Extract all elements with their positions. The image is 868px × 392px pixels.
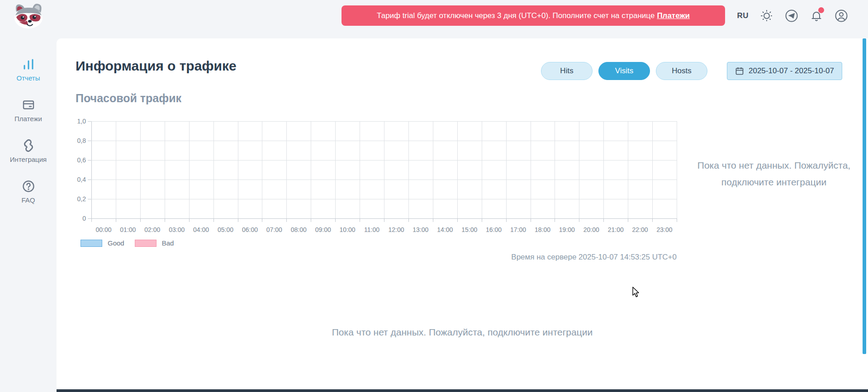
legend-swatch	[135, 240, 157, 247]
banner-payments-link[interactable]: Платежи	[657, 11, 690, 20]
chart-empty-message: Пока что нет данных. Пожалуйста, подключ…	[685, 157, 863, 190]
x-axis-tick	[433, 218, 433, 222]
date-range-value: 2025-10-07 - 2025-10-07	[749, 66, 834, 76]
grid-line-vertical	[457, 121, 458, 218]
grid-line-vertical	[116, 121, 116, 218]
sidebar-item-integration[interactable]: Интеграция	[0, 139, 57, 163]
x-tick-label: 06:00	[238, 226, 262, 233]
telegram-icon[interactable]	[785, 9, 798, 23]
sidebar-item-label: FAQ	[21, 196, 35, 204]
x-axis-tick	[408, 218, 409, 222]
legend-item: Bad	[135, 239, 174, 247]
legend-swatch	[81, 240, 102, 247]
grid-line-vertical	[262, 121, 262, 218]
date-range-picker[interactable]: 2025-10-07 - 2025-10-07	[727, 62, 842, 80]
bar-chart-icon	[22, 57, 35, 71]
grid-line-vertical	[652, 121, 653, 218]
x-axis-tick	[482, 218, 482, 222]
mouse-cursor	[632, 287, 640, 298]
horizontal-scrollbar[interactable]	[57, 389, 868, 392]
y-tick-label: 0,8	[63, 137, 86, 144]
grid-line-horizontal	[91, 121, 677, 122]
x-tick-label: 22:00	[628, 226, 652, 233]
x-tick-label: 11:00	[360, 226, 384, 233]
sidebar-item-faq[interactable]: FAQ	[0, 179, 57, 204]
x-tick-label: 10:00	[335, 226, 360, 233]
x-axis-tick	[457, 218, 458, 222]
x-axis-tick	[311, 218, 311, 222]
grid-line-horizontal	[91, 199, 677, 199]
sidebar-item-label: Отчеты	[17, 74, 40, 82]
x-axis-tick	[506, 218, 507, 222]
x-axis-tick	[140, 218, 141, 222]
hits-button[interactable]: Hits	[541, 62, 593, 80]
y-tick-label: 0,6	[63, 156, 86, 164]
x-tick-label: 05:00	[213, 226, 238, 233]
x-tick-label: 00:00	[91, 226, 116, 233]
visits-button[interactable]: Visits	[598, 62, 650, 80]
grid-line-vertical	[603, 121, 604, 218]
grid-line-vertical	[628, 121, 628, 218]
page-title: Информация о трафике	[76, 58, 237, 74]
grid-line-vertical	[506, 121, 507, 218]
x-axis-tick	[677, 218, 677, 222]
y-tick-label: 0,4	[63, 176, 86, 183]
x-tick-label: 17:00	[506, 226, 531, 233]
x-axis-tick	[335, 218, 336, 222]
grid-line-vertical	[384, 121, 384, 218]
banner-text: Тариф trial будет отключен через 3 дня (…	[377, 11, 655, 20]
x-tick-label: 08:00	[286, 226, 311, 233]
metric-toggle-group: Hits Visits Hosts	[541, 62, 707, 80]
x-tick-label: 19:00	[555, 226, 579, 233]
grid-line-vertical	[189, 121, 190, 218]
notifications-bell-icon[interactable]	[810, 9, 823, 23]
header-actions: RU	[737, 0, 848, 32]
grid-line-vertical	[579, 121, 579, 218]
y-axis-tick	[88, 121, 91, 122]
profile-icon[interactable]	[835, 9, 848, 23]
grid-line-vertical	[408, 121, 409, 218]
trial-warning-banner: Тариф trial будет отключен через 3 дня (…	[342, 5, 725, 26]
x-tick-label: 20:00	[579, 226, 603, 233]
grid-line-vertical	[555, 121, 555, 218]
x-axis-tick	[603, 218, 604, 222]
grid-line-horizontal	[91, 160, 677, 161]
grid-line-horizontal	[91, 179, 677, 180]
grid-line-vertical	[140, 121, 141, 218]
y-axis-line	[91, 121, 92, 218]
x-axis-tick	[652, 218, 653, 222]
x-axis-tick	[213, 218, 214, 222]
page-empty-message: Пока что нет данных. Пожалуйста, подключ…	[57, 327, 868, 338]
x-tick-label: 01:00	[116, 226, 140, 233]
grid-line-horizontal	[91, 141, 677, 141]
sidebar-item-reports[interactable]: Отчеты	[0, 57, 57, 82]
x-axis-tick	[286, 218, 287, 222]
y-axis-tick	[88, 218, 91, 219]
language-selector[interactable]: RU	[737, 11, 749, 20]
y-axis-tick	[88, 141, 91, 141]
grid-line-vertical	[335, 121, 336, 218]
raccoon-logo[interactable]	[6, 2, 50, 29]
question-circle-icon	[22, 179, 35, 193]
main-content: Информация о трафике Hits Visits Hosts 2…	[57, 38, 868, 392]
y-tick-label: 0,2	[63, 195, 86, 203]
x-tick-label: 09:00	[311, 226, 335, 233]
hosts-button[interactable]: Hosts	[656, 62, 707, 80]
x-tick-label: 18:00	[531, 226, 555, 233]
x-tick-label: 03:00	[165, 226, 189, 233]
x-tick-label: 12:00	[384, 226, 408, 233]
sidebar-item-label: Интеграция	[10, 156, 47, 163]
y-tick-label: 0	[63, 215, 86, 222]
sidebar-item-payments[interactable]: Платежи	[0, 98, 57, 123]
theme-sun-icon[interactable]	[760, 9, 773, 23]
notification-badge	[818, 7, 824, 13]
sidebar-item-label: Платежи	[14, 115, 42, 123]
vertical-scrollbar[interactable]	[863, 38, 866, 354]
x-tick-label: 13:00	[408, 226, 433, 233]
x-tick-label: 02:00	[140, 226, 165, 233]
server-time: Время на сервере 2025-10-07 14:53:25 UTC…	[405, 253, 677, 262]
x-axis-tick	[579, 218, 579, 222]
x-tick-label: 07:00	[262, 226, 286, 233]
hourly-traffic-chart: 00:0001:0002:0003:0004:0005:0006:0007:00…	[91, 121, 677, 218]
calendar-icon	[735, 66, 744, 76]
